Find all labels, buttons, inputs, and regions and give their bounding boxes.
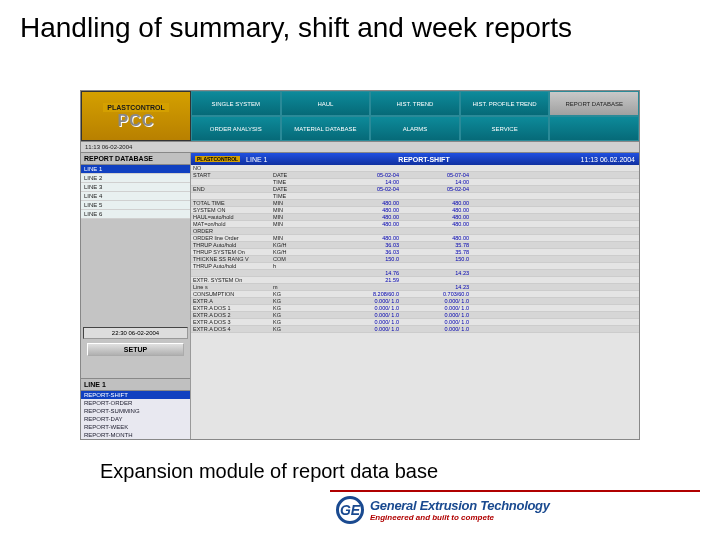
table-row: NO: [191, 165, 639, 172]
row-unit: DATE: [271, 172, 331, 178]
sidebar-line-4[interactable]: LINE 4: [81, 192, 190, 201]
row-val-a: 150.0: [331, 256, 401, 262]
menu-service[interactable]: SERVICE: [460, 116, 550, 141]
row-label: HAUL=auto/hold: [191, 214, 271, 220]
row-unit: MIN: [271, 235, 331, 241]
row-label: START: [191, 172, 271, 178]
row-val-a: 14.76: [331, 270, 401, 276]
row-unit: [271, 277, 331, 283]
row-unit: TIME: [271, 179, 331, 185]
row-unit: MIN: [271, 200, 331, 206]
menu-hist-profile-trend[interactable]: HIST. PROFILE TREND: [460, 91, 550, 116]
row-label: [191, 179, 271, 185]
row-val-b: 0.000/ 1.0: [401, 326, 471, 332]
table-row: EXTR.A DOS 4KG0.000/ 1.00.000/ 1.0: [191, 326, 639, 333]
report-summing[interactable]: REPORT-SUMMING: [81, 407, 190, 415]
product-label: PCC: [118, 112, 155, 130]
report-week[interactable]: REPORT-WEEK: [81, 423, 190, 431]
row-unit: KG: [271, 298, 331, 304]
sidebar-line-5[interactable]: LINE 5: [81, 201, 190, 210]
menu-haul[interactable]: HAUL: [281, 91, 371, 116]
row-unit: m: [271, 284, 331, 290]
table-row: THRUP SYSTEM OnKG/H36.0335.78: [191, 249, 639, 256]
row-unit: MIN: [271, 207, 331, 213]
row-unit: KG: [271, 312, 331, 318]
row-unit: MIN: [271, 221, 331, 227]
report-order[interactable]: REPORT-ORDER: [81, 399, 190, 407]
row-unit: MIN: [271, 214, 331, 220]
table-row: THICKNE SS RANG VCOM150.0150.0: [191, 256, 639, 263]
report-month[interactable]: REPORT-MONTH: [81, 431, 190, 439]
row-label: EXTR. SYSTEM On: [191, 277, 271, 283]
row-val-a: 21.59: [331, 277, 401, 283]
sidebar-line-1[interactable]: LINE 1: [81, 165, 190, 174]
row-val-b: 480.00: [401, 221, 471, 227]
row-val-a: 36.03: [331, 249, 401, 255]
row-val-b: 14.23: [401, 284, 471, 290]
table-row: TIME: [191, 193, 639, 200]
row-val-b: 480.00: [401, 207, 471, 213]
sidebar-line-6[interactable]: LINE 6: [81, 210, 190, 219]
row-label: ORDER line Order: [191, 235, 271, 241]
row-val-a: 05-02-04: [331, 172, 401, 178]
menu-alarms[interactable]: ALARMS: [370, 116, 460, 141]
row-val-a: 8.208/60.0: [331, 291, 401, 297]
row-val-b: [401, 165, 471, 171]
report-day[interactable]: REPORT-DAY: [81, 415, 190, 423]
sidebar-header: REPORT DATABASE: [81, 153, 190, 165]
row-unit: [271, 228, 331, 234]
row-val-a: 14:00: [331, 179, 401, 185]
mini-logo: PLASTCONTROL: [195, 156, 240, 162]
time-box[interactable]: 22:30 06-02-2004: [83, 327, 188, 339]
row-val-b: 14.23: [401, 270, 471, 276]
main-menu: SINGLE SYSTEM HAUL HIST. TREND HIST. PRO…: [191, 91, 639, 141]
row-val-a: 480.00: [331, 207, 401, 213]
row-val-b: [401, 193, 471, 199]
sidebar-line-2[interactable]: LINE 2: [81, 174, 190, 183]
row-val-a: 480.00: [331, 214, 401, 220]
pane-clock: 11:13 06.02.2004: [581, 156, 636, 163]
row-unit: TIME: [271, 193, 331, 199]
table-row: TOTAL TIMEMIN480.00480.00: [191, 200, 639, 207]
row-val-b: [401, 263, 471, 269]
report-shift[interactable]: REPORT-SHIFT: [81, 391, 190, 399]
row-label: END: [191, 186, 271, 192]
menu-single-system[interactable]: SINGLE SYSTEM: [191, 91, 281, 116]
row-val-a: 0.000/ 1.0: [331, 319, 401, 325]
row-label: THRUP Auto/hold: [191, 263, 271, 269]
menu-material-database[interactable]: MATERIAL DATABASE: [281, 116, 371, 141]
row-val-b: 14:00: [401, 179, 471, 185]
row-label: EXTR.A DOS 1: [191, 305, 271, 311]
table-row: THRUP Auto/holdKG/H36.0335.78: [191, 242, 639, 249]
table-row: ENDDATE05-02-0405-02-04: [191, 186, 639, 193]
main-pane: PLASTCONTROL LINE 1 REPORT-SHIFT 11:13 0…: [191, 153, 639, 439]
row-label: EXTR.A DOS 3: [191, 319, 271, 325]
slide-caption: Expansion module of report data base: [100, 460, 438, 483]
table-row: MAT=on/holdMIN480.00480.00: [191, 221, 639, 228]
sidebar-line-3[interactable]: LINE 3: [81, 183, 190, 192]
row-val-a: 480.00: [331, 200, 401, 206]
row-val-b: 0.000/ 1.0: [401, 312, 471, 318]
row-label: MAT=on/hold: [191, 221, 271, 227]
row-unit: KG/H: [271, 249, 331, 255]
menu-order-analysis[interactable]: ORDER ANALYSIS: [191, 116, 281, 141]
row-label: THRUP Auto/hold: [191, 242, 271, 248]
row-val-b: [401, 228, 471, 234]
table-row: THRUP Auto/holdh: [191, 263, 639, 270]
table-row: ORDER: [191, 228, 639, 235]
setup-button[interactable]: SETUP: [87, 343, 184, 356]
menu-hist-trend[interactable]: HIST. TREND: [370, 91, 460, 116]
row-val-a: [331, 228, 401, 234]
row-val-b: 480.00: [401, 214, 471, 220]
row-val-b: 480.00: [401, 200, 471, 206]
menu-report-database[interactable]: REPORT DATABASE: [549, 91, 639, 116]
data-table: NOSTARTDATE05-02-0405-07-04TIME14:0014:0…: [191, 165, 639, 439]
brand-label: PLASTCONTROL: [103, 103, 169, 112]
row-val-b: 0.703/60.0: [401, 291, 471, 297]
table-row: CONSUMPTIONKG8.208/60.00.703/60.0: [191, 291, 639, 298]
table-row: EXTR.A DOS 3KG0.000/ 1.00.000/ 1.0: [191, 319, 639, 326]
row-val-b: 480.00: [401, 235, 471, 241]
row-label: EXTR.A DOS 4: [191, 326, 271, 332]
row-unit: COM: [271, 256, 331, 262]
pane-title-label: REPORT-SHIFT: [268, 156, 581, 163]
